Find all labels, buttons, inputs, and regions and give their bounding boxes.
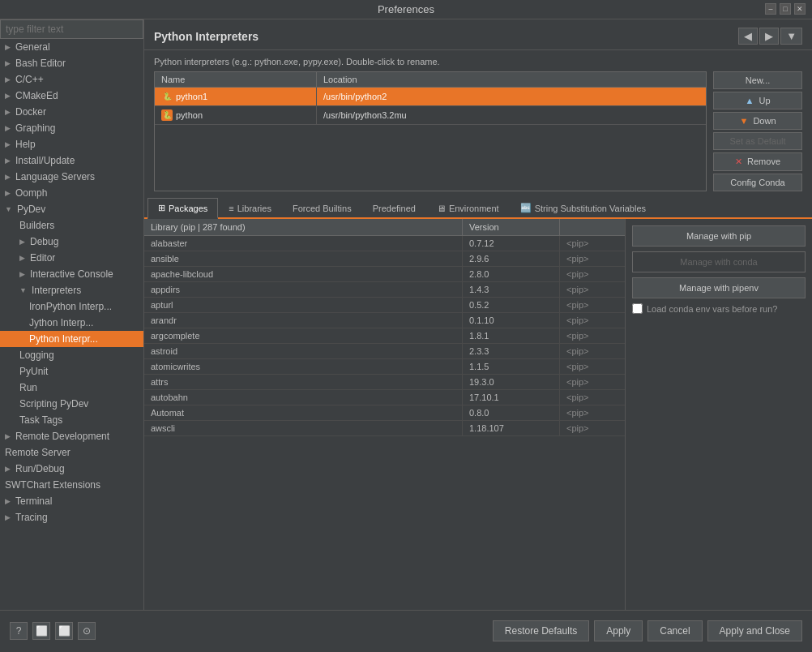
window-controls[interactable]: – □ ✕ xyxy=(765,3,806,15)
apply-and-close-button[interactable]: Apply and Close xyxy=(707,620,802,641)
chevron-down-icon: ▼ xyxy=(19,286,27,294)
col-header-version: Version xyxy=(463,219,560,235)
sidebar-item-logging[interactable]: Logging xyxy=(0,347,143,363)
manage-with-conda-button[interactable]: Manage with conda xyxy=(632,251,806,272)
remove-button[interactable]: ✕ Remove xyxy=(713,152,802,171)
interpreter-row-python1[interactable]: 🐍 python1 /usr/bin/python2 xyxy=(155,88,706,106)
nav-forward-button[interactable]: ▶ xyxy=(759,28,779,45)
close-button[interactable]: ✕ xyxy=(794,3,806,15)
sidebar-item-general[interactable]: ▶ General xyxy=(0,39,143,55)
link-icon[interactable]: ⊙ xyxy=(78,622,96,640)
config-conda-button[interactable]: Config Conda xyxy=(713,174,802,191)
set-default-button[interactable]: Set as Default xyxy=(713,132,802,150)
cancel-button[interactable]: Cancel xyxy=(647,620,702,641)
pkg-row-arandr[interactable]: arandr 0.1.10 <pip> xyxy=(144,313,625,328)
down-button[interactable]: ▼ Down xyxy=(713,112,802,130)
chevron-right-icon: ▶ xyxy=(5,432,11,440)
sidebar-item-editor[interactable]: ▶ Editor xyxy=(0,250,143,266)
chevron-right-icon: ▶ xyxy=(19,270,25,278)
conda-checkbox-input[interactable] xyxy=(632,303,643,314)
sidebar-item-run-debug[interactable]: ▶ Run/Debug xyxy=(0,461,143,477)
pkg-row-automat[interactable]: Automat 0.8.0 <pip> xyxy=(144,405,625,421)
sidebar-item-graphing[interactable]: ▶ Graphing xyxy=(0,120,143,136)
environment-icon: 🖥 xyxy=(437,204,446,213)
sidebar-item-jython[interactable]: Jython Interp... xyxy=(0,315,143,331)
pkg-row-alabaster[interactable]: alabaster 0.7.12 <pip> xyxy=(144,236,625,251)
chevron-right-icon: ▶ xyxy=(5,465,11,473)
sidebar-item-tracing[interactable]: ▶ Tracing xyxy=(0,509,143,525)
nav-dropdown-button[interactable]: ▼ xyxy=(780,28,802,45)
chevron-right-icon: ▶ xyxy=(5,157,11,165)
apply-button[interactable]: Apply xyxy=(594,620,643,641)
sidebar-item-bash-editor[interactable]: ▶ Bash Editor xyxy=(0,55,143,71)
help-icon[interactable]: ? xyxy=(10,622,28,640)
interp-table-header: Name Location xyxy=(155,72,706,88)
sidebar-item-c-cpp[interactable]: ▶ C/C++ xyxy=(0,71,143,88)
chevron-right-icon: ▶ xyxy=(5,59,11,67)
chevron-right-icon: ▶ xyxy=(5,513,11,521)
tab-environment[interactable]: 🖥 Environment xyxy=(426,198,510,217)
pkg-row-astroid[interactable]: astroid 2.3.3 <pip> xyxy=(144,344,625,359)
sidebar-item-language-servers[interactable]: ▶ Language Servers xyxy=(0,169,143,185)
tab-packages[interactable]: ⊞ Packages xyxy=(147,198,218,219)
sidebar-item-cmakedl[interactable]: ▶ CMakeEd xyxy=(0,88,143,104)
nav-back-button[interactable]: ◀ xyxy=(738,28,758,45)
content-area: Python Interpreters ◀ ▶ ▼ Python interpr… xyxy=(144,19,812,610)
sidebar-item-scripting-pydev[interactable]: Scripting PyDev xyxy=(0,396,143,412)
chevron-right-icon: ▶ xyxy=(5,140,11,148)
pkg-row-argcomplete[interactable]: argcomplete 1.8.1 <pip> xyxy=(144,328,625,344)
chevron-right-icon: ▶ xyxy=(5,124,11,132)
bottom-bar: ? ⬜ ⬜ ⊙ Restore Defaults Apply Cancel Ap… xyxy=(0,610,812,650)
sidebar-item-pyunit[interactable]: PyUnit xyxy=(0,363,143,380)
manage-with-pip-button[interactable]: Manage with pip xyxy=(632,225,806,247)
sidebar-item-python-interpreter[interactable]: Python Interpr... xyxy=(0,331,143,347)
manage-with-pipenv-button[interactable]: Manage with pipenv xyxy=(632,277,806,298)
sidebar-item-terminal[interactable]: ▶ Terminal xyxy=(0,493,143,509)
sidebar-item-pydev[interactable]: ▼ PyDev xyxy=(0,201,143,217)
pkg-row-atomicwrites[interactable]: atomicwrites 1.1.5 <pip> xyxy=(144,359,625,375)
pkg-row-ansible[interactable]: ansible 2.9.6 <pip> xyxy=(144,251,625,267)
sidebar-item-install-update[interactable]: ▶ Install/Update xyxy=(0,152,143,169)
pkg-row-autobahn[interactable]: autobahn 17.10.1 <pip> xyxy=(144,390,625,405)
sidebar-filter-input[interactable] xyxy=(0,19,143,39)
col-header-source xyxy=(560,219,625,235)
tab-libraries[interactable]: ≡ Libraries xyxy=(218,198,282,217)
conda-checkbox-label[interactable]: Load conda env vars before run? xyxy=(632,303,806,314)
packages-icon: ⊞ xyxy=(158,203,165,213)
sidebar-item-swtchart[interactable]: SWTChart Extensions xyxy=(0,477,143,493)
sidebar-item-task-tags[interactable]: Task Tags xyxy=(0,412,143,428)
up-button[interactable]: ▲ Up xyxy=(713,92,802,109)
pkg-row-awscli[interactable]: awscli 1.18.107 <pip> xyxy=(144,421,625,436)
sidebar-item-help[interactable]: ▶ Help xyxy=(0,136,143,152)
interpreters-section: Python interpreters (e.g.: python.exe, p… xyxy=(144,50,812,198)
python-icon: 🐍 xyxy=(161,109,173,121)
minimize-button[interactable]: – xyxy=(765,3,776,15)
sidebar-item-interpreters[interactable]: ▼ Interpreters xyxy=(0,282,143,298)
sidebar-item-interactive-console[interactable]: ▶ Interactive Console xyxy=(0,266,143,282)
export-icon[interactable]: ⬜ xyxy=(32,622,50,640)
import-icon[interactable]: ⬜ xyxy=(55,622,73,640)
pkg-row-apturl[interactable]: apturl 0.5.2 <pip> xyxy=(144,298,625,313)
chevron-right-icon: ▶ xyxy=(19,254,25,262)
sidebar-item-ironpython[interactable]: IronPython Interp... xyxy=(0,298,143,315)
pkg-row-attrs[interactable]: attrs 19.3.0 <pip> xyxy=(144,375,625,390)
tab-string-sub-vars[interactable]: 🔤 String Substitution Variables xyxy=(510,198,656,217)
sidebar-item-run[interactable]: Run xyxy=(0,380,143,396)
pkg-row-apache-libcloud[interactable]: apache-libcloud 2.8.0 <pip> xyxy=(144,267,625,282)
pkg-row-appdirs[interactable]: appdirs 1.4.3 <pip> xyxy=(144,282,625,298)
interpreters-table: Name Location 🐍 python1 /usr/bin/python2… xyxy=(154,71,707,191)
sidebar-item-docker[interactable]: ▶ Docker xyxy=(0,104,143,120)
sidebar-item-remote-development[interactable]: ▶ Remote Development xyxy=(0,428,143,444)
sidebar-item-oomph[interactable]: ▶ Oomph xyxy=(0,185,143,201)
pip-area: Manage with pip Manage with conda Manage… xyxy=(626,219,812,610)
tab-forced-builtins[interactable]: Forced Builtins xyxy=(282,198,362,217)
libraries-icon: ≡ xyxy=(229,204,233,213)
interpreter-row-python[interactable]: 🐍 python /usr/bin/python3.2mu xyxy=(155,106,706,125)
new-interpreter-button[interactable]: New... xyxy=(713,71,802,89)
tab-predefined[interactable]: Predefined xyxy=(362,198,426,217)
maximize-button[interactable]: □ xyxy=(780,3,791,15)
restore-defaults-button[interactable]: Restore Defaults xyxy=(493,620,589,641)
sidebar-item-remote-server[interactable]: Remote Server xyxy=(0,444,143,461)
sidebar-item-debug[interactable]: ▶ Debug xyxy=(0,234,143,250)
sidebar-item-builders[interactable]: Builders xyxy=(0,217,143,234)
